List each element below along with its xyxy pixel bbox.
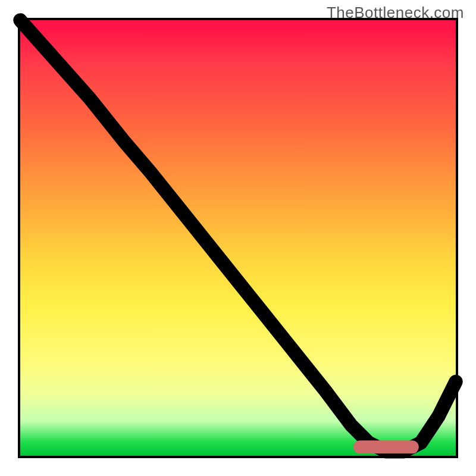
- chart-stage: TheBottleneck.com: [0, 0, 476, 476]
- chart-svg: [20, 20, 456, 456]
- bottleneck-curve: [20, 20, 456, 452]
- plot-area: [18, 18, 458, 458]
